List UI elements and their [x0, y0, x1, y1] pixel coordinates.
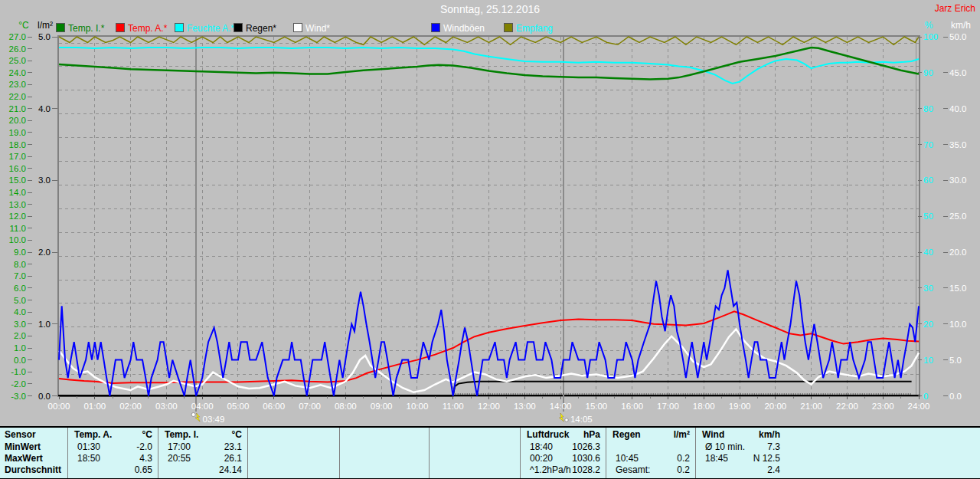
- cell-time: 00:20: [530, 453, 553, 464]
- x-axis-label: 18:00: [693, 402, 715, 411]
- temp-tick-label: 19.0: [9, 128, 26, 137]
- x-axis-label: 07:00: [299, 402, 321, 411]
- table-row: 17:0023.1: [158, 441, 248, 453]
- x-axis-label: 15:00: [585, 402, 607, 411]
- cell-value: 1028.2: [572, 464, 600, 476]
- row-label: MaxWert: [5, 453, 43, 464]
- table-rowlabel-column: SensorMinWertMaxWertDurchschnitt: [0, 428, 67, 478]
- humidity-tick-label: 20: [923, 320, 933, 329]
- temp-tick-label: 5.0: [14, 296, 26, 305]
- x-axis-label: 16:00: [621, 402, 643, 411]
- table-row: 10:450.2: [606, 453, 696, 464]
- cell-time: 18:50: [77, 453, 100, 464]
- x-axis-label: 20:00: [764, 402, 786, 411]
- table-column-temp-a-: Temp. A.°C01:30-2.018:504.30.65: [67, 428, 158, 478]
- x-axis-label: 22:00: [836, 402, 858, 411]
- column-unit: km/h: [759, 429, 780, 441]
- cell-time: 01:30: [77, 441, 100, 453]
- temp-tick-label: -1.0: [11, 367, 26, 376]
- x-axis-label: 05:00: [227, 402, 250, 411]
- x-axis-label: 08:00: [335, 402, 357, 411]
- cell-time: Ø 10 min.: [705, 441, 745, 453]
- humidity-tick-label: 70: [923, 140, 933, 149]
- temp-tick-label: 16.0: [9, 164, 26, 173]
- wind-axis-ticks: 50.045.040.035.030.025.020.015.010.05.00…: [943, 32, 966, 401]
- temp-tick-label: 24.0: [9, 68, 26, 77]
- column-unit: °C: [232, 429, 242, 441]
- column-header: Luftdruck: [527, 429, 569, 441]
- humidity-tick-label: 90: [923, 68, 933, 77]
- weather-chart-svg: 27.026.025.024.023.022.021.020.019.018.0…: [0, 0, 980, 426]
- humidity-tick-label: 0: [923, 392, 928, 401]
- humidity-tick-label: 40: [923, 248, 933, 257]
- cell-value: 1026.3: [572, 441, 600, 453]
- table-column-wind: Windkm/hØ 10 min.7.318:45N 12.52.4: [695, 428, 786, 478]
- row-label: Sensor: [5, 429, 36, 441]
- table-column-luftdruck: LuftdruckhPa18:401026.300:201030.6^1.2hP…: [520, 428, 606, 478]
- table-header-row: LuftdruckhPa: [521, 429, 606, 441]
- temp-tick-label: 18.0: [9, 140, 26, 149]
- table-row: [248, 464, 340, 476]
- humidity-tick-label: 60: [923, 176, 933, 185]
- cell-time: 18:45: [705, 453, 728, 464]
- temp-tick-label: 0.0: [14, 356, 26, 365]
- table-header-row: Temp. I.°C: [158, 429, 248, 441]
- humidity-tick-label: 10: [923, 356, 933, 365]
- table-column-regen: Regenl/m²10:450.2Gesamt:0.2: [606, 428, 696, 478]
- x-axis-label: 04:00: [191, 402, 214, 411]
- humidity-tick-label: 50: [923, 212, 933, 221]
- table-header-row: Regenl/m²: [606, 429, 696, 441]
- cell-value: 2.4: [767, 464, 780, 476]
- table-row: [606, 441, 696, 453]
- wind-tick-label: 45.0: [949, 68, 966, 77]
- temp-tick-label: 11.0: [9, 224, 26, 233]
- x-axis-label: 10:00: [407, 402, 429, 411]
- cell-time: 20:55: [168, 453, 191, 464]
- cell-value: 0.2: [677, 464, 690, 476]
- cell-time: 17:00: [168, 441, 191, 453]
- rain-tick-label: 4.0: [38, 104, 51, 113]
- rain-tick-label: 0.0: [38, 392, 51, 401]
- table-row: [430, 464, 521, 476]
- wind-tick-label: 25.0: [949, 212, 966, 221]
- temp-tick-label: 8.0: [14, 260, 26, 269]
- wind-tick-label: 20.0: [949, 248, 966, 257]
- table-row: 01:30-2.0: [68, 441, 158, 453]
- column-unit: °C: [142, 429, 152, 441]
- temp-tick-label: -3.0: [11, 392, 26, 401]
- stats-table: SensorMinWertMaxWertDurchschnittTemp. A.…: [0, 426, 980, 479]
- cell-value: 4.3: [139, 453, 152, 464]
- table-row: 18:45N 12.5: [696, 453, 786, 464]
- x-axis-label: 00:00: [48, 402, 70, 411]
- x-axis-label: 09:00: [371, 402, 393, 411]
- weather-station-window: Sonntag, 25.12.2016 Jarz Erich °C l/m² %…: [0, 0, 980, 479]
- temp-tick-label: 13.0: [9, 200, 26, 209]
- wind-tick-label: 30.0: [949, 176, 966, 185]
- humidity-tick-label: 100: [923, 32, 938, 41]
- temp-tick-label: 21.0: [9, 104, 26, 113]
- column-header: Regen: [612, 429, 641, 441]
- temp-tick-label: 6.0: [14, 284, 26, 293]
- x-axis-label: 06:00: [263, 402, 285, 411]
- table-row: 2.4: [696, 464, 786, 476]
- table-row: ^1.2hPa/h1028.2: [521, 464, 606, 476]
- x-axis-label: 17:00: [657, 402, 679, 411]
- table-row: 24.14: [158, 464, 248, 476]
- cell-value: -2.0: [136, 441, 152, 453]
- table-row: [340, 453, 430, 464]
- table-header-row: Windkm/h: [696, 429, 786, 441]
- x-axis-label: 12:00: [478, 402, 500, 411]
- column-header: Wind: [702, 429, 724, 441]
- wind-tick-label: 5.0: [949, 356, 962, 365]
- temp-tick-label: 12.0: [9, 212, 26, 221]
- table-row: [248, 441, 340, 453]
- rain-tick-label: 2.0: [38, 248, 51, 257]
- x-axis-label: 19:00: [729, 402, 751, 411]
- table-row: [248, 453, 340, 464]
- column-header: Temp. I.: [165, 429, 198, 441]
- wind-tick-label: 35.0: [949, 140, 966, 149]
- wind-tick-label: 15.0: [949, 284, 966, 293]
- cell-value: 23.1: [224, 441, 242, 453]
- moon-rise-icon: [559, 413, 564, 422]
- wind-tick-label: 10.0: [949, 320, 966, 329]
